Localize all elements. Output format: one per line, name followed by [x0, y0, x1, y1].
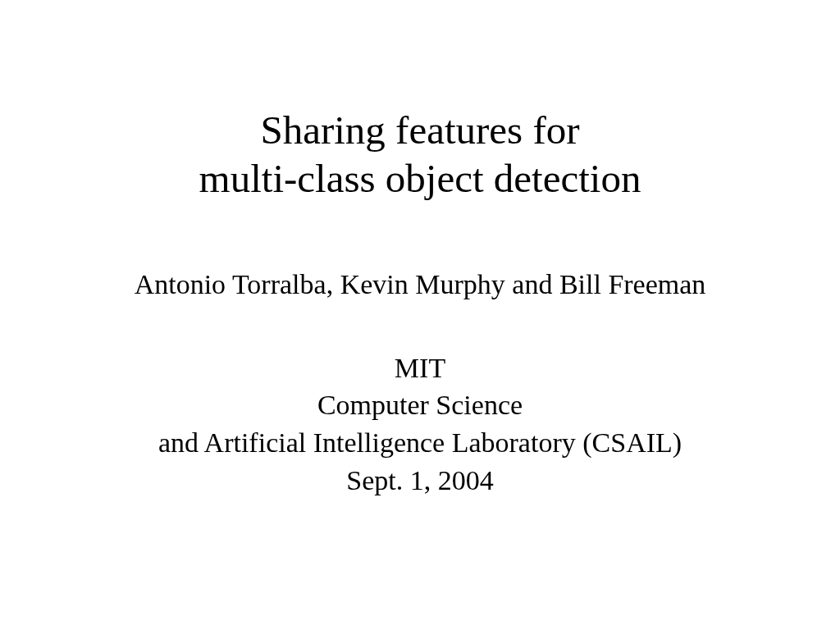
affiliation-line-2: Computer Science [158, 386, 682, 424]
title-line-2: multi-class object detection [199, 155, 641, 203]
presentation-slide: Sharing features for multi-class object … [0, 0, 840, 630]
title-line-1: Sharing features for [199, 107, 641, 155]
slide-date: Sept. 1, 2004 [158, 462, 682, 500]
slide-affiliation: MIT Computer Science and Artificial Inte… [158, 349, 682, 500]
slide-title: Sharing features for multi-class object … [199, 107, 641, 203]
slide-authors: Antonio Torralba, Kevin Murphy and Bill … [135, 269, 706, 300]
affiliation-line-3: and Artificial Intelligence Laboratory (… [158, 424, 682, 462]
affiliation-line-1: MIT [158, 349, 682, 387]
